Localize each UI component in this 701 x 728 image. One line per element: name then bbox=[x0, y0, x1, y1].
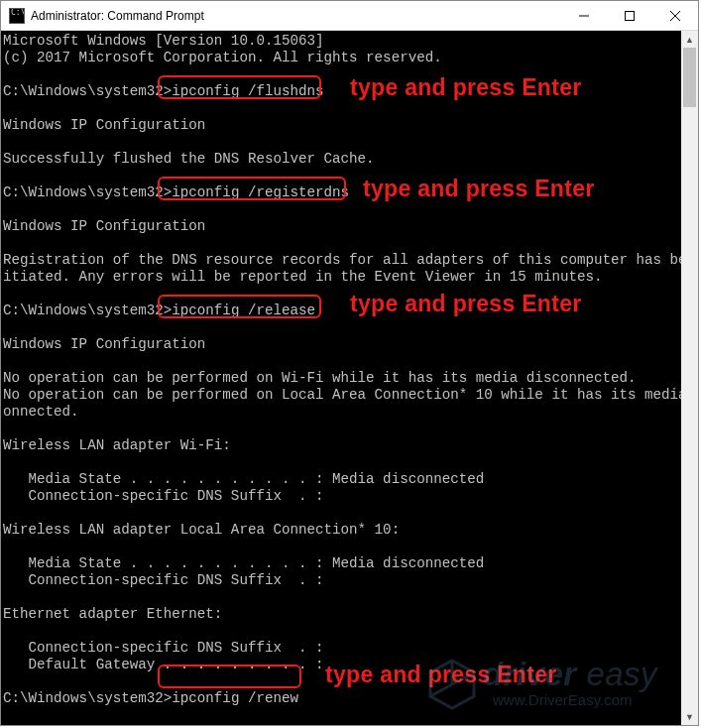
line: Windows IP Configuration bbox=[3, 336, 205, 352]
line: Registration of the DNS resource records… bbox=[3, 252, 681, 268]
scroll-down-button[interactable]: ▼ bbox=[681, 708, 698, 725]
cmd-icon: C:\. bbox=[9, 8, 25, 24]
line: Windows IP Configuration bbox=[3, 724, 205, 725]
command-release: ipconfig /release bbox=[172, 303, 315, 318]
line: (c) 2017 Microsoft Corporation. All righ… bbox=[3, 50, 442, 65]
prompt: C:\Windows\system32> bbox=[3, 83, 172, 99]
prompt: C:\Windows\system32> bbox=[3, 690, 172, 706]
line: No operation can be performed on Local A… bbox=[3, 387, 681, 403]
scroll-thumb[interactable] bbox=[683, 48, 696, 107]
svg-rect-1 bbox=[626, 11, 635, 20]
line: Windows IP Configuration bbox=[3, 218, 205, 234]
maximize-icon bbox=[625, 11, 635, 21]
maximize-button[interactable] bbox=[607, 1, 652, 31]
line: Wireless LAN adapter Local Area Connecti… bbox=[3, 522, 400, 538]
minimize-icon bbox=[579, 11, 589, 21]
line: Media State . . . . . . . . . . . : Medi… bbox=[3, 555, 484, 571]
line: itiated. Any errors will be reported in … bbox=[3, 269, 603, 285]
client-area: Microsoft Windows [Version 10.0.15063] (… bbox=[1, 31, 698, 725]
line: Connection-specific DNS Suffix . : bbox=[3, 572, 324, 588]
prompt: C:\Windows\system32> bbox=[3, 303, 172, 318]
command-renew: ipconfig /renew bbox=[172, 690, 298, 706]
window-title: Administrator: Command Prompt bbox=[31, 9, 204, 23]
line: Ethernet adapter Ethernet: bbox=[3, 606, 222, 622]
line: Media State . . . . . . . . . . . : Medi… bbox=[3, 471, 484, 487]
scroll-up-button[interactable]: ▲ bbox=[681, 31, 698, 48]
command-prompt-window: C:\. Administrator: Command Prompt Micro… bbox=[0, 0, 699, 726]
minimize-button[interactable] bbox=[561, 1, 607, 31]
line: No operation can be performed on Wi-Fi w… bbox=[3, 370, 637, 386]
close-button[interactable] bbox=[652, 1, 698, 31]
line: Windows IP Configuration bbox=[3, 117, 205, 133]
line: onnected. bbox=[3, 404, 79, 420]
line: Default Gateway . . . . . . . . . : bbox=[3, 657, 324, 672]
titlebar[interactable]: C:\. Administrator: Command Prompt bbox=[1, 1, 698, 31]
command-registerdns: ipconfig /registerdns bbox=[172, 184, 349, 200]
line: Connection-specific DNS Suffix . : bbox=[3, 488, 324, 504]
command-flushdns: ipconfig /flushdns bbox=[172, 83, 323, 99]
terminal-output[interactable]: Microsoft Windows [Version 10.0.15063] (… bbox=[1, 31, 681, 725]
line: Microsoft Windows [Version 10.0.15063] bbox=[3, 33, 324, 49]
prompt: C:\Windows\system32> bbox=[3, 184, 172, 200]
vertical-scrollbar[interactable]: ▲ ▼ bbox=[681, 31, 698, 725]
close-icon bbox=[670, 11, 680, 21]
line: Wireless LAN adapter Wi-Fi: bbox=[3, 437, 231, 453]
line: Connection-specific DNS Suffix . : bbox=[3, 640, 324, 656]
line: Successfully flushed the DNS Resolver Ca… bbox=[3, 151, 375, 167]
